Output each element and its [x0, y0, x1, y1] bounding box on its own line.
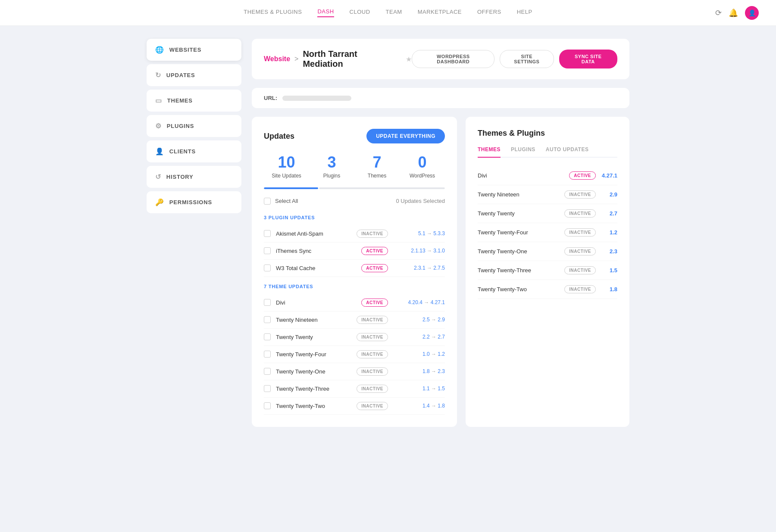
tp-t19-status: INACTIVE — [564, 190, 596, 199]
akismet-version: 5.1 → 5.3.3 — [393, 230, 445, 236]
sync-site-data-button[interactable]: SYNC SITE DATA — [559, 50, 617, 68]
sidebar-label-plugins: PLUGINS — [167, 123, 194, 129]
tp-t23-version: 1.5 — [600, 267, 617, 274]
progress-bar-empty — [319, 187, 445, 189]
themes-plugins-panel: Themes & Plugins THEMES PLUGINS AUTO UPD… — [466, 117, 629, 427]
tp-t21-status: INACTIVE — [564, 247, 596, 255]
nav-themes-plugins[interactable]: THEMES & PLUGINS — [244, 9, 302, 17]
wordpress-dashboard-button[interactable]: WORDPRESS DASHBOARD — [412, 50, 494, 68]
tab-plugins[interactable]: PLUGINS — [511, 146, 535, 157]
t22-name: Twenty Twenty-Two — [276, 403, 351, 409]
main-layout: 🌐 WEBSITES ↻ UPDATES ▭ THEMES ⚙ PLUGINS … — [129, 26, 647, 440]
nav-icons: ⟳ 🔔 👤 — [715, 6, 759, 20]
nav-help[interactable]: HELP — [517, 9, 532, 17]
t19-name: Twenty Nineteen — [276, 317, 351, 323]
tp-t24-version: 1.2 — [600, 229, 617, 236]
top-nav: THEMES & PLUGINS DASH CLOUD TEAM MARKETP… — [0, 0, 776, 26]
akismet-checkbox[interactable] — [264, 230, 271, 237]
sidebar: 🌐 WEBSITES ↻ UPDATES ▭ THEMES ⚙ PLUGINS … — [147, 39, 241, 427]
favorite-icon[interactable]: ★ — [406, 55, 412, 63]
notifications-button[interactable]: 🔔 — [729, 8, 738, 18]
nav-marketplace[interactable]: MARKETPLACE — [418, 9, 462, 17]
nav-cloud[interactable]: CLOUD — [350, 9, 370, 17]
site-settings-button[interactable]: SITE SETTINGS — [500, 50, 554, 68]
nav-team[interactable]: TEAM — [386, 9, 402, 17]
t22-status: INACTIVE — [357, 402, 388, 410]
theme-update-t24: Twenty Twenty-Four INACTIVE 1.0 → 1.2 — [264, 346, 445, 363]
tp-t23-name: Twenty Twenty-Three — [478, 267, 560, 274]
t23-status: INACTIVE — [357, 385, 388, 393]
tp-t19-name: Twenty Nineteen — [478, 191, 560, 198]
url-value — [282, 96, 351, 101]
tab-auto-updates[interactable]: AUTO UPDATES — [546, 146, 589, 157]
tp-t24-status: INACTIVE — [564, 228, 596, 236]
update-everything-button[interactable]: UPDATE EVERYTHING — [366, 129, 445, 143]
permissions-icon: 🔑 — [155, 198, 164, 206]
sidebar-item-websites[interactable]: 🌐 WEBSITES — [147, 39, 241, 61]
sidebar-label-themes: THEMES — [167, 97, 193, 104]
sidebar-item-plugins[interactable]: ⚙ PLUGINS — [147, 115, 241, 137]
nav-dash[interactable]: DASH — [317, 8, 334, 17]
stat-label-themes: Themes — [354, 173, 400, 179]
tp-divi-name: Divi — [478, 172, 565, 179]
nav-links: THEMES & PLUGINS DASH CLOUD TEAM MARKETP… — [244, 8, 532, 17]
stat-num-plugins: 3 — [309, 154, 354, 171]
tp-t20-name: Twenty Twenty — [478, 210, 560, 217]
plugin-update-w3cache: W3 Total Cache ACTIVE 2.3.1 → 2.7.5 — [264, 260, 445, 277]
refresh-button[interactable]: ⟳ — [715, 8, 722, 18]
t20-version: 2.2 → 2.7 — [393, 334, 445, 340]
content-area: Website > North Tarrant Mediation ★ WORD… — [252, 39, 629, 427]
progress-bar-filled — [264, 187, 318, 189]
sidebar-item-updates[interactable]: ↻ UPDATES — [147, 64, 241, 86]
t20-name: Twenty Twenty — [276, 334, 351, 340]
sidebar-item-themes[interactable]: ▭ THEMES — [147, 90, 241, 112]
sidebar-item-clients[interactable]: 👤 CLIENTS — [147, 140, 241, 162]
updates-panel: Updates UPDATE EVERYTHING 10 Site Update… — [252, 117, 457, 427]
themes-icon: ▭ — [155, 96, 162, 105]
select-all-checkbox[interactable] — [264, 198, 271, 205]
avatar[interactable]: 👤 — [745, 6, 759, 20]
breadcrumb-arrow: > — [294, 55, 298, 63]
t23-checkbox[interactable] — [264, 385, 271, 392]
site-header-card: Website > North Tarrant Mediation ★ WORD… — [252, 39, 629, 79]
t21-name: Twenty Twenty-One — [276, 368, 351, 375]
ithemes-status: ACTIVE — [361, 247, 388, 255]
tp-t22-status: INACTIVE — [564, 285, 596, 293]
t21-checkbox[interactable] — [264, 368, 271, 375]
stat-themes: 7 Themes — [354, 154, 400, 179]
t19-checkbox[interactable] — [264, 316, 271, 323]
akismet-name: Akismet Anti-Spam — [276, 230, 351, 237]
t20-status: INACTIVE — [357, 333, 388, 341]
theme-update-t23: Twenty Twenty-Three INACTIVE 1.1 → 1.5 — [264, 380, 445, 398]
sidebar-item-permissions[interactable]: 🔑 PERMISSIONS — [147, 191, 241, 213]
ithemes-checkbox[interactable] — [264, 247, 271, 254]
w3cache-checkbox[interactable] — [264, 264, 271, 271]
sidebar-label-updates: UPDATES — [166, 72, 195, 78]
tp-t20-version: 2.7 — [600, 210, 617, 217]
ithemes-name: iThemes Sync — [276, 248, 356, 254]
t21-status: INACTIVE — [357, 367, 388, 376]
tp-divi-status: ACTIVE — [569, 171, 596, 180]
two-col-section: Updates UPDATE EVERYTHING 10 Site Update… — [252, 117, 629, 427]
t24-checkbox[interactable] — [264, 351, 271, 358]
tp-t20-status: INACTIVE — [564, 209, 596, 218]
tab-themes[interactable]: THEMES — [478, 146, 501, 158]
progress-bars — [264, 187, 445, 189]
stat-label-plugins: Plugins — [309, 173, 354, 179]
sidebar-label-permissions: PERMISSIONS — [169, 199, 212, 205]
globe-icon: 🌐 — [155, 46, 164, 54]
sidebar-item-history[interactable]: ↺ HISTORY — [147, 166, 241, 188]
theme-update-t22: Twenty Twenty-Two INACTIVE 1.4 → 1.8 — [264, 398, 445, 415]
divi-status: ACTIVE — [361, 299, 388, 307]
nav-offers[interactable]: OFFERS — [477, 9, 501, 17]
url-label: URL: — [264, 95, 277, 101]
w3cache-name: W3 Total Cache — [276, 265, 356, 271]
breadcrumb: Website > North Tarrant Mediation ★ — [264, 49, 412, 69]
breadcrumb-website[interactable]: Website — [264, 55, 290, 63]
divi-checkbox[interactable] — [264, 299, 271, 306]
akismet-status: INACTIVE — [357, 230, 388, 238]
stat-label-site: Site Updates — [264, 173, 309, 179]
select-all-label: Select All — [275, 198, 298, 204]
t20-checkbox[interactable] — [264, 333, 271, 340]
t22-checkbox[interactable] — [264, 402, 271, 409]
